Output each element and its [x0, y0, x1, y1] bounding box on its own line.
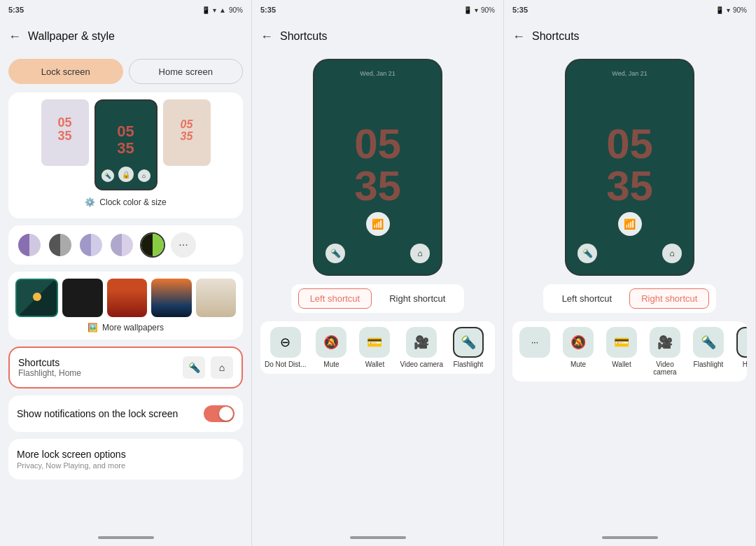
sc-right-2: ⌂	[410, 244, 430, 263]
tab-row: Lock screen Home screen	[8, 59, 243, 84]
toggle-thumb	[219, 407, 233, 421]
back-button-2[interactable]: ←	[260, 29, 273, 44]
phone-icon-3: 📱	[715, 6, 724, 14]
tab-left-shortcut-3[interactable]: Left shortcut	[550, 288, 624, 309]
sc-item-videocam-3[interactable]: 🎥 Video camera	[647, 327, 683, 376]
shortcut-icon-right-preview: ⌂	[138, 169, 150, 182]
big-time-3: 05 35	[566, 123, 693, 207]
bottom-bar-3	[504, 532, 755, 546]
phone-icon-2: 📱	[463, 6, 472, 14]
shortcut-tabs-2: Left shortcut Right shortcut	[291, 284, 465, 313]
tab-right-shortcut-2[interactable]: Right shortcut	[377, 288, 457, 309]
tab-left-shortcut-2[interactable]: Left shortcut	[298, 288, 372, 309]
more-options-row[interactable]: More lock screen options Privacy, Now Pl…	[8, 439, 243, 479]
status-bar-2: 5:35 📱 ▾ 90%	[252, 0, 503, 20]
tab-lock-screen[interactable]: Lock screen	[8, 59, 123, 84]
sc-icon-more-3: ···	[519, 327, 550, 358]
shortcuts-subtitle: Flashlight, Home	[18, 368, 81, 378]
preview-left: 0535	[41, 99, 89, 166]
panel-shortcuts-left: 5:35 📱 ▾ 90% ← Shortcuts Wed, Jan 21 05 …	[252, 0, 504, 546]
page-title-1: Wallpaper & style	[28, 30, 115, 43]
status-icons-3: 📱 ▾ 90%	[715, 6, 747, 14]
more-options-subtitle: Privacy, Now Playing, and more	[17, 461, 234, 470]
sc-item-videocam-2[interactable]: 🎥 Video camera	[400, 327, 443, 368]
tab-home-screen[interactable]: Home screen	[129, 59, 244, 84]
sc-label-flashlight-3: Flashlight	[694, 360, 724, 368]
sc-item-home-3[interactable]: ⌂ Home	[734, 327, 747, 376]
status-time-2: 5:35	[260, 6, 276, 14]
theme-5[interactable]	[140, 232, 165, 258]
wallpaper-3[interactable]	[107, 279, 147, 317]
wallpaper-1[interactable]	[15, 279, 58, 317]
clock-color-row: ⚙️ Clock color & size	[15, 197, 236, 207]
sc-icon-wallet-2: 💳	[359, 327, 390, 358]
more-wallpapers-row: 🖼️ More wallpapers	[15, 323, 236, 332]
date-label-3: Wed, Jan 21	[566, 70, 693, 77]
shortcuts-icons: 🔦 ⌂	[183, 356, 233, 379]
phone-icon: 📱	[202, 6, 210, 14]
page-title-2: Shortcuts	[280, 30, 328, 43]
notifications-toggle[interactable]	[204, 405, 234, 422]
wallpaper-4[interactable]	[151, 279, 191, 317]
sc-item-wallet-3[interactable]: 💳 Wallet	[603, 327, 640, 376]
shortcut-items-2: ⊖ Do Not Dist... 🔕 Mute 💳 Wallet 🎥 Video…	[260, 321, 495, 374]
sc-item-donotdist[interactable]: ⊖ Do Not Dist...	[265, 327, 306, 368]
home-shortcut-icon: ⌂	[211, 356, 233, 379]
sc-item-flashlight-2[interactable]: 🔦 Flashlight	[450, 327, 486, 368]
back-button-1[interactable]: ←	[8, 29, 21, 44]
center-circle-2: 📶	[366, 212, 390, 236]
shortcuts-section[interactable]: Shortcuts Flashlight, Home 🔦 ⌂	[8, 346, 243, 388]
theme-1[interactable]	[17, 232, 42, 258]
sc-label-videocam-2: Video camera	[400, 360, 443, 368]
panel3-content: Wed, Jan 21 05 35 📶 🔦 ⌂ Left shortcut Ri…	[504, 53, 755, 532]
sc-item-mute-2[interactable]: 🔕 Mute	[313, 327, 349, 368]
sc-left-2: 🔦	[326, 244, 345, 263]
preview-center: 0535 🔒 🔦 ⌂	[94, 99, 158, 190]
theme-2[interactable]	[48, 232, 73, 258]
shortcut-icon-left-preview: 🔦	[102, 169, 114, 182]
notifications-row: Show notifications on the lock screen	[8, 396, 243, 432]
home-indicator-2	[350, 536, 406, 539]
theme-4[interactable]	[109, 232, 134, 258]
bottom-bar-2	[252, 532, 503, 546]
theme-section: ···	[8, 225, 243, 265]
wifi-icon-2: ▾	[475, 6, 478, 14]
more-themes-button[interactable]: ···	[171, 232, 196, 258]
sc-icon-donotdist: ⊖	[270, 327, 301, 358]
preview-left-time: 0535	[57, 116, 71, 144]
preview-right: 0535	[163, 99, 211, 166]
tab-right-shortcut-3[interactable]: Right shortcut	[629, 288, 709, 309]
notifications-label: Show notifications on the lock screen	[17, 408, 178, 419]
clock-color-label[interactable]: Clock color & size	[99, 197, 166, 207]
theme-3[interactable]	[78, 232, 104, 258]
preview-section: 0535 0535 🔒 🔦 ⌂ 0535 ⚙️ Clock color & si…	[8, 92, 243, 218]
wifi-icon-3: ▾	[727, 6, 730, 14]
shortcuts-info: Shortcuts Flashlight, Home	[18, 357, 81, 378]
sc-left-3: 🔦	[578, 244, 597, 263]
sc-label-mute-2: Mute	[323, 360, 339, 368]
status-icons-2: 📱 ▾ 90%	[463, 6, 495, 14]
sc-item-flashlight-3[interactable]: 🔦 Flashlight	[690, 327, 727, 376]
sc-icon-flashlight-3: 🔦	[693, 327, 724, 358]
battery-label-3: 90%	[733, 6, 747, 14]
top-bar-1: ← Wallpaper & style	[0, 20, 251, 53]
panel1-content: Lock screen Home screen 0535 0535 🔒 🔦 ⌂	[0, 53, 251, 532]
panel-wallpaper: 5:35 📱 ▾ ▲ 90% ← Wallpaper & style Lock …	[0, 0, 252, 546]
sc-item-more-3[interactable]: ···	[517, 327, 553, 376]
wallpaper-2[interactable]	[62, 279, 102, 317]
sc-item-wallet-2[interactable]: 💳 Wallet	[356, 327, 393, 368]
back-button-3[interactable]: ←	[512, 29, 525, 44]
sc-icon-mute-2: 🔕	[316, 327, 346, 358]
signal-icon: ▲	[219, 6, 226, 14]
sc-item-mute-3[interactable]: 🔕 Mute	[560, 327, 596, 376]
sc-icon-videocam-2: 🎥	[406, 327, 437, 358]
preview-center-time: 0535	[117, 123, 134, 157]
sc-icon-flashlight-2: 🔦	[453, 327, 484, 358]
sc-label-videocam-3: Video camera	[647, 360, 683, 376]
sc-icon-mute-3: 🔕	[563, 327, 594, 358]
status-time-1: 5:35	[8, 6, 24, 14]
wallpaper-5[interactable]	[196, 279, 236, 317]
status-time-3: 5:35	[512, 6, 528, 14]
home-indicator-1	[98, 536, 154, 539]
more-wallpapers-label[interactable]: More wallpapers	[102, 323, 164, 332]
